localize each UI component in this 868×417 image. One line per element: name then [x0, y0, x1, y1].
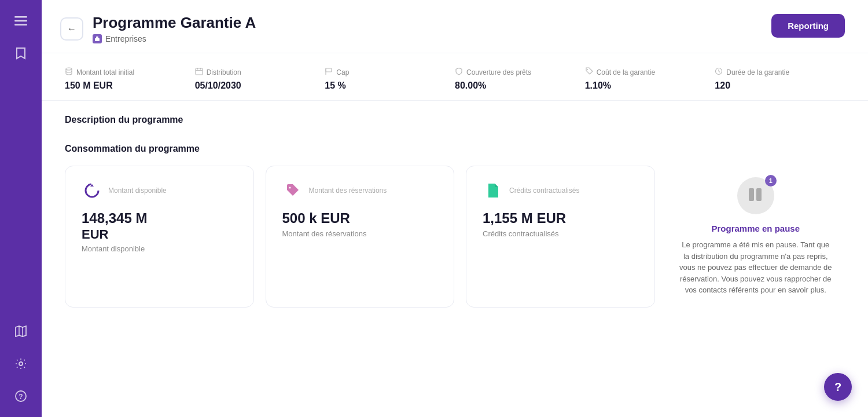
svg-point-23 — [289, 187, 290, 189]
entreprises-icon — [93, 34, 102, 43]
stat-label-cap: Cap — [325, 67, 446, 77]
card-icon-row-contractualises: Crédits contractualisés — [483, 180, 638, 201]
svg-line-21 — [719, 71, 720, 72]
stat-couverture: Couverture des prêts 80.00% — [455, 67, 585, 91]
card-label-disponible-top: Montant disponible — [108, 186, 167, 195]
svg-text:?: ? — [19, 393, 23, 401]
pause-title: Programme en pause — [711, 224, 800, 233]
shield-icon — [455, 67, 463, 77]
reporting-button[interactable]: Reporting — [771, 14, 845, 38]
stat-value-cap: 15 % — [325, 81, 446, 91]
pause-badge: 1 — [765, 175, 777, 186]
pause-text: Le programme a été mis en pause. Tant qu… — [678, 239, 834, 296]
svg-rect-2 — [14, 24, 27, 26]
stat-label-montant: Montant total initial — [65, 67, 186, 77]
bookmark-icon[interactable] — [12, 44, 30, 63]
description-title: Description du programme — [65, 115, 845, 125]
description-section: Description du programme — [42, 101, 868, 134]
stat-distribution: Distribution 05/10/2030 — [195, 67, 325, 91]
cards-row: Montant disponible 148,345 M EUR Montant… — [65, 166, 845, 308]
stat-value-cout: 1.10% — [585, 81, 706, 91]
consumption-title: Consommation du programme — [65, 144, 845, 154]
card-desc-contractualises: Crédits contractualisés — [483, 229, 638, 238]
card-amount-disponible: 148,345 M — [82, 210, 237, 227]
tag-icon — [282, 180, 303, 201]
calendar-icon — [195, 67, 203, 77]
svg-rect-0 — [14, 16, 27, 18]
title-area: Programme Garantie A Entreprises — [93, 14, 256, 43]
consumption-section: Consommation du programme Montant dispon… — [42, 134, 868, 321]
card-amount-reservations: 500 k EUR — [282, 210, 438, 227]
svg-point-11 — [66, 68, 72, 70]
page-title: Programme Garantie A — [93, 14, 256, 32]
stat-label-distribution: Distribution — [195, 67, 316, 77]
subtitle: Entreprises — [93, 34, 256, 43]
card-amount-contractualises: 1,155 M EUR — [483, 210, 638, 227]
flag-icon — [325, 67, 333, 77]
svg-rect-25 — [756, 188, 762, 201]
menu-icon[interactable] — [12, 12, 30, 30]
svg-rect-1 — [14, 20, 27, 22]
stat-value-couverture: 80.00% — [455, 81, 576, 91]
stat-label-duree: Durée de la garantie — [715, 67, 836, 77]
help-icon[interactable]: ? — [12, 387, 30, 405]
card-icon-row-reservations: Montant des réservations — [282, 180, 438, 201]
stat-cap: Cap 15 % — [325, 67, 455, 91]
cycle-icon — [82, 180, 102, 201]
database-icon — [65, 67, 73, 77]
header-left: ← Programme Garantie A Entreprises — [60, 14, 256, 43]
main-content: ← Programme Garantie A Entreprises Repor… — [42, 0, 868, 417]
stat-value-duree: 120 — [715, 81, 836, 91]
stat-value-distribution: 05/10/2030 — [195, 81, 316, 91]
settings-icon[interactable] — [12, 354, 30, 373]
stat-label-couverture: Couverture des prêts — [455, 67, 576, 77]
card-desc-reservations: Montant des réservations — [282, 229, 438, 238]
card-amount-sub-disponible: EUR — [82, 227, 237, 242]
stat-montant-total: Montant total initial 150 M EUR — [65, 67, 195, 91]
card-desc-disponible: Montant disponible — [82, 244, 237, 253]
help-button[interactable]: ? — [824, 373, 852, 401]
stat-value-montant: 150 M EUR — [65, 81, 186, 91]
stat-label-cout: Coût de la garantie — [585, 67, 706, 77]
header: ← Programme Garantie A Entreprises Repor… — [42, 0, 868, 53]
card-label-reservations-top: Montant des réservations — [309, 186, 387, 195]
tag-cost-icon — [585, 67, 593, 77]
svg-rect-24 — [749, 188, 754, 201]
stats-row: Montant total initial 150 M EUR Distribu… — [42, 53, 868, 101]
card-icon-row-disponible: Montant disponible — [82, 180, 237, 201]
svg-point-18 — [587, 69, 588, 70]
subtitle-text: Entreprises — [105, 34, 146, 43]
svg-marker-3 — [16, 326, 26, 336]
stat-duree: Durée de la garantie 120 — [715, 67, 845, 91]
clock-icon — [715, 67, 723, 77]
svg-rect-12 — [196, 68, 203, 75]
card-contractualises: Crédits contractualisés 1,155 M EUR Créd… — [466, 166, 655, 308]
pause-card: 1 Programme en pause Le programme a été … — [667, 166, 845, 308]
map-icon[interactable] — [12, 322, 30, 341]
document-green-icon — [483, 180, 503, 201]
stat-cout: Coût de la garantie 1.10% — [585, 67, 715, 91]
card-label-contractualises-top: Crédits contractualisés — [509, 186, 579, 195]
pause-icon-circle: 1 — [737, 177, 774, 214]
svg-point-6 — [19, 362, 23, 365]
sidebar: ? — [0, 0, 42, 417]
svg-rect-16 — [326, 68, 332, 72]
svg-rect-10 — [96, 36, 98, 39]
card-reservations: Montant des réservations 500 k EUR Monta… — [266, 166, 455, 308]
back-button[interactable]: ← — [60, 17, 83, 41]
card-disponible: Montant disponible 148,345 M EUR Montant… — [65, 166, 254, 308]
